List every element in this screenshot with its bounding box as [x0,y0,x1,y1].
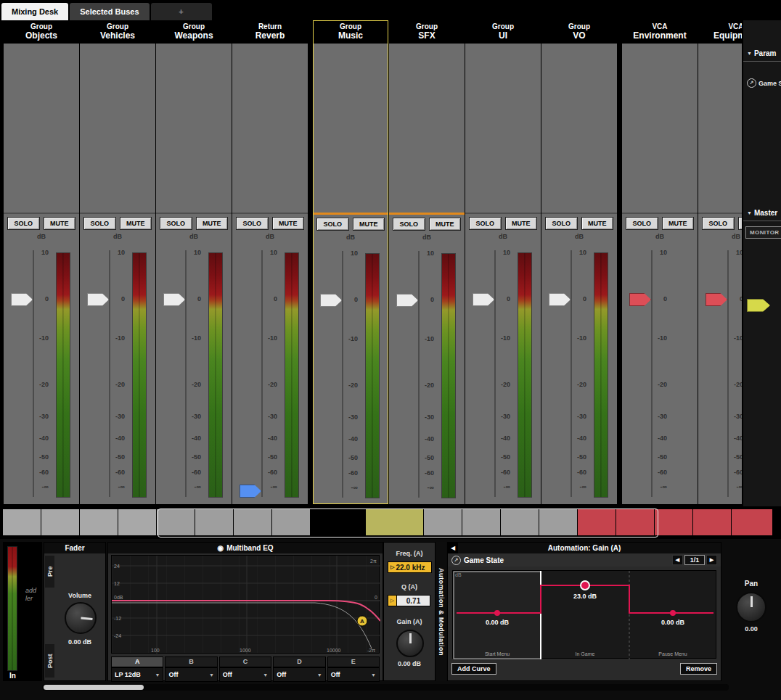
mixer-channel[interactable]: Group Vehicles SOLO MUTE dB 100-10-20-30… [80,20,155,504]
post-tab[interactable]: Post [45,644,54,678]
mixer-channel[interactable]: Return Reverb SOLO MUTE dB 100-10-20-30-… [232,20,308,504]
mixer-channel[interactable]: Group SFX SOLO MUTE dB 100-10-20-30-40-5… [389,20,465,504]
mixer-channel[interactable]: Group Weapons SOLO MUTE dB 100-10-20-30-… [156,20,232,504]
overview-block[interactable] [234,509,271,535]
mixer-channel[interactable]: Group Music SOLO MUTE dB 100-10-20-30-40… [313,20,388,504]
eq-band-a-tab[interactable]: A [111,656,163,667]
automation-point-selected[interactable] [581,581,589,590]
overview-block[interactable] [118,509,156,535]
overview-block[interactable] [157,509,195,535]
overview-block[interactable] [311,509,365,535]
eq-band-b-tab[interactable]: B [165,656,217,667]
channel-drop-area[interactable] [4,44,79,214]
eq-band-a-type-dropdown[interactable]: LP 12dB ▼ [111,667,163,682]
deck-scrollbar[interactable] [42,684,729,691]
pager-next-icon[interactable]: ▶ [706,555,717,565]
mixer-channel[interactable]: Group UI SOLO MUTE dB 100-10-20-30-40-50… [465,20,541,504]
mute-button[interactable]: MUTE [44,217,76,230]
channel-drop-area[interactable] [313,44,388,215]
eq-band-e-tab[interactable]: E [327,656,380,667]
overview-block[interactable] [195,509,233,535]
mute-button[interactable]: MUTE [662,217,695,230]
mute-button[interactable]: MUTE [196,217,229,230]
overview-block[interactable] [272,509,310,535]
mute-button[interactable]: MUTE [505,217,538,230]
solo-button[interactable]: SOLO [316,218,349,231]
channel-drop-area[interactable] [698,44,742,214]
eq-band-b-type-dropdown[interactable]: Off ▼ [165,667,217,682]
channel-drop-area[interactable] [80,44,155,214]
master-fader-handle[interactable] [747,299,770,312]
overview-block[interactable] [501,509,539,535]
solo-button[interactable]: SOLO [83,217,116,230]
mute-button[interactable]: MUTE [429,218,462,231]
channel-drop-area[interactable] [622,44,698,214]
overview-block[interactable] [462,509,500,535]
mixer-channel[interactable]: VCA Equipment SOLO MUTE dB 100-10-20-30-… [698,20,742,504]
solo-button[interactable]: SOLO [545,217,578,230]
automation-flag-icon[interactable]: ▷ [388,595,397,606]
mixer-channel[interactable]: VCA Environment SOLO MUTE dB 100-10-20-3… [622,20,698,504]
pre-tab[interactable]: Pre [45,556,54,588]
gain-knob[interactable] [396,630,424,657]
solo-button[interactable]: SOLO [702,217,735,230]
overview-block[interactable] [41,509,79,535]
channel-drop-area[interactable] [465,44,541,214]
eq-band-c-tab[interactable]: C [219,656,271,667]
pan-knob[interactable] [736,592,766,622]
eq-band-d-tab[interactable]: D [273,656,325,667]
parameters-section-header[interactable]: ▼ Param [743,46,781,62]
overview-block[interactable] [616,509,654,535]
channel-drop-area[interactable] [156,44,232,214]
volume-knob[interactable] [65,602,97,634]
db-label: dB [4,233,79,242]
overview-block[interactable] [3,509,41,535]
tab-selected-buses[interactable]: Selected Buses [70,3,149,20]
eq-band-d-type-dropdown[interactable]: Off ▼ [273,667,325,682]
channel-drop-area[interactable] [389,44,465,215]
mixer-channel[interactable]: Group VO SOLO MUTE dB 100-10-20-30-40-50… [541,20,617,504]
freq-value-field[interactable]: ▷ 22.0 kHz [388,561,432,573]
mute-button[interactable]: MUTE [581,217,614,230]
master-section-header[interactable]: ▼ Master [743,206,781,221]
overview-block[interactable] [732,509,772,535]
game-state-parameter-item[interactable]: ↗ Game S [743,78,781,88]
mute-button[interactable]: MUTE [120,217,152,230]
mixer-channel[interactable]: Group Objects SOLO MUTE dB 100-10-20-30-… [4,20,79,504]
mute-button[interactable]: MUTE [272,217,305,230]
overview-block[interactable] [366,509,423,535]
collapse-panel-icon[interactable]: ◀ [448,543,458,553]
remove-button[interactable]: Remove [680,663,717,675]
scrollbar-thumb[interactable] [44,685,144,690]
overview-block[interactable] [693,509,731,535]
overview-block[interactable] [539,509,577,535]
solo-button[interactable]: SOLO [393,218,425,231]
overview-block[interactable] [80,509,118,535]
channel-drop-area[interactable] [232,44,308,214]
overview-block[interactable] [424,509,462,535]
add-curve-button[interactable]: Add Curve [451,663,496,675]
overview-block[interactable] [655,509,692,535]
new-tab-button[interactable]: + [151,3,212,20]
mute-button[interactable]: MUTE [353,218,385,231]
eq-graph[interactable]: A 24 12 0dB -12 -24 2π 0 -2π 100 1000 10… [111,555,380,654]
pager-prev-icon[interactable]: ◀ [672,555,683,565]
automation-point[interactable] [670,610,676,616]
automation-modulation-tab[interactable]: Automation & Modulation [436,542,446,681]
solo-button[interactable]: SOLO [626,217,658,230]
solo-button[interactable]: SOLO [469,217,502,230]
solo-button[interactable]: SOLO [160,217,192,230]
automation-flag-icon[interactable]: ▷ [390,564,394,570]
automation-curve-graph[interactable]: dB 0.00 dB 23.0 dB 0.00 dB Start Menu In… [452,570,716,659]
automation-point[interactable] [494,610,500,616]
eq-power-icon[interactable]: ◉ [217,544,224,552]
q-value-field[interactable]: 0.71 [397,595,430,606]
channel-drop-area[interactable] [541,44,617,214]
monitor-button[interactable]: MONITOR [745,226,781,239]
solo-button[interactable]: SOLO [7,217,40,230]
tab-mixing-desk[interactable]: Mixing Desk [1,3,68,20]
overview-block[interactable] [578,509,616,535]
eq-band-c-type-dropdown[interactable]: Off ▼ [219,667,271,682]
eq-band-e-type-dropdown[interactable]: Off ▼ [327,667,380,682]
solo-button[interactable]: SOLO [236,217,269,230]
